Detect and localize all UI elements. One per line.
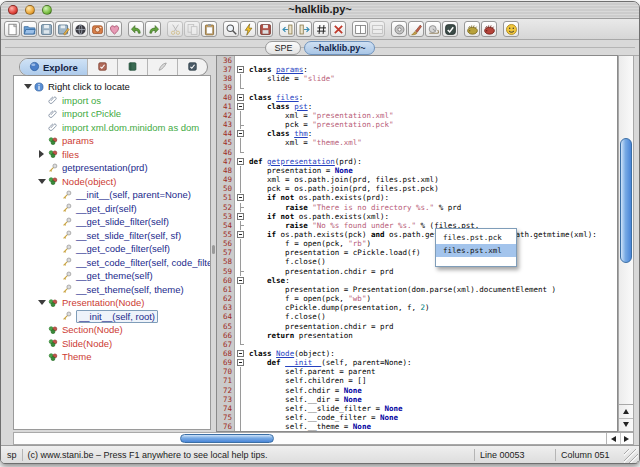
bug-button[interactable] xyxy=(481,21,497,37)
sidebar-tab-notes[interactable] xyxy=(118,59,148,75)
collapsed-arrow-icon[interactable] xyxy=(39,150,44,158)
vertical-scrollbar[interactable] xyxy=(618,55,634,432)
code-line[interactable]: 63 cPickle.dump(presentation, f, 2) xyxy=(217,303,617,312)
brush-button[interactable] xyxy=(408,21,424,37)
code-line[interactable]: 75 self.__code_filter = None xyxy=(217,413,617,422)
code-line[interactable]: 43 pck = "presentation.pck" xyxy=(217,120,617,129)
code-line[interactable]: 68class Node(object): xyxy=(217,349,617,358)
fold-marker[interactable] xyxy=(235,102,246,111)
expanded-arrow-icon[interactable] xyxy=(24,84,32,89)
code-line[interactable]: 52 raise "There is no directory %s." % p… xyxy=(217,203,617,212)
paste-button[interactable] xyxy=(201,21,217,37)
code-line[interactable]: 64 f.close() xyxy=(217,312,617,321)
code-line[interactable]: 38 slide = "slide" xyxy=(217,74,617,83)
code-line[interactable]: 67 xyxy=(217,340,617,349)
expanded-arrow-icon[interactable] xyxy=(38,179,46,184)
sidebar-tab-sketch[interactable] xyxy=(148,59,178,75)
code-line[interactable]: 71 self.children = [] xyxy=(217,376,617,385)
fold-marker[interactable] xyxy=(235,358,246,367)
tree-item[interactable]: __init__(self, root) xyxy=(14,310,210,324)
tree-item[interactable]: __get_dir(self) xyxy=(14,202,210,216)
titlebar[interactable]: ~halklib.py~ xyxy=(1,2,639,19)
scroll-down-button[interactable] xyxy=(619,418,633,431)
jump-forward-button[interactable] xyxy=(296,21,312,37)
code-line[interactable]: 66 return presentation xyxy=(217,331,617,340)
document-tab-spe[interactable]: SPE xyxy=(265,41,301,55)
code-line[interactable]: 61 presentation = Presentation(dom.parse… xyxy=(217,285,617,294)
uncomment-button[interactable] xyxy=(330,21,346,37)
tree-item[interactable]: __init__(self, parent=None) xyxy=(14,188,210,202)
donate-button[interactable] xyxy=(106,21,122,37)
fold-marker[interactable] xyxy=(235,129,246,138)
code-line[interactable]: 76 self.__theme = None xyxy=(217,422,617,431)
code-line[interactable]: 39 xyxy=(217,83,617,92)
find-button[interactable] xyxy=(223,21,239,37)
split-horizontal-button[interactable] xyxy=(369,21,385,37)
fold-marker[interactable] xyxy=(235,93,246,102)
code-line[interactable]: 72 self.chdir = None xyxy=(217,386,617,395)
document-tab-halklib-py[interactable]: ~halklib.py~ xyxy=(304,41,374,55)
check-source-button[interactable] xyxy=(442,21,458,37)
scroll-left-button[interactable] xyxy=(607,433,621,444)
code-line[interactable]: 60 else: xyxy=(217,276,617,285)
autocomplete-item[interactable]: files.pst.pck xyxy=(436,231,516,244)
tree-item[interactable]: params xyxy=(14,134,210,148)
code-line[interactable]: 50 pck = os.path.join(prd, files.pst.pck… xyxy=(217,184,617,193)
fold-marker[interactable] xyxy=(235,276,246,285)
horizontal-scrollbar[interactable] xyxy=(13,432,634,445)
tree-item[interactable]: __get_code_filter(self) xyxy=(14,242,210,256)
code-line[interactable]: 41 class pst: xyxy=(217,102,617,111)
comment-button[interactable] xyxy=(313,21,329,37)
code-line[interactable]: 48 presentation = None xyxy=(217,166,617,175)
tree-item[interactable]: files xyxy=(14,148,210,162)
tree-item[interactable]: __set_theme(self, theme) xyxy=(14,283,210,297)
tree-item[interactable]: __get_slide_filter(self) xyxy=(14,215,210,229)
tree-item[interactable]: Section(Node) xyxy=(14,323,210,337)
print-button[interactable] xyxy=(89,21,105,37)
tree-item[interactable]: import os xyxy=(14,94,210,108)
expanded-arrow-icon[interactable] xyxy=(38,300,46,305)
code-line[interactable]: 53 if not os.path.exists(xml): xyxy=(217,212,617,221)
code-line[interactable]: 49 xml = os.path.join(prd, files.pst.xml… xyxy=(217,175,617,184)
splitter-knob[interactable] xyxy=(212,245,215,254)
fold-marker[interactable] xyxy=(235,230,246,239)
code-line[interactable]: 37class params: xyxy=(217,65,617,74)
copy-button[interactable] xyxy=(184,21,200,37)
code-line[interactable]: 57 presentation = cPickle.load(f) xyxy=(217,248,617,257)
fold-marker[interactable] xyxy=(235,65,246,74)
tree-item[interactable]: Node(object) xyxy=(14,175,210,189)
fold-marker[interactable] xyxy=(235,157,246,166)
save-button[interactable] xyxy=(38,21,54,37)
tree-item[interactable]: import xml.dom.minidom as dom xyxy=(14,121,210,135)
fold-marker[interactable] xyxy=(235,349,246,358)
web-button[interactable] xyxy=(72,21,88,37)
tree-item[interactable]: __set_code_filter(self, code_filter) xyxy=(14,256,210,270)
tree-item[interactable]: __set_slide_filter(self, sf) xyxy=(14,229,210,243)
smile-button[interactable] xyxy=(503,21,519,37)
new-file-button[interactable] xyxy=(4,21,20,37)
tree-item[interactable]: import cPickle xyxy=(14,107,210,121)
code-line[interactable]: 58 f.close() xyxy=(217,257,617,266)
code-line[interactable]: 65 presentation.chdir = prd xyxy=(217,322,617,331)
redo-button[interactable] xyxy=(145,21,161,37)
fold-marker[interactable] xyxy=(235,212,246,221)
code-line[interactable]: 70 self.parent = parent xyxy=(217,367,617,376)
tree-item[interactable]: __get_theme(self) xyxy=(14,269,210,283)
code-line[interactable]: 40class files: xyxy=(217,93,617,102)
code-line[interactable]: 45 xml = "theme.xml" xyxy=(217,138,617,147)
code-line[interactable]: 62 f = open(pck, "wb") xyxy=(217,294,617,303)
undo-button[interactable] xyxy=(128,21,144,37)
code-line[interactable]: 54 raise "No %s found under %s." % (file… xyxy=(217,221,617,230)
code-line[interactable]: 59 presentation.chdir = prd xyxy=(217,267,617,276)
save-all-button[interactable] xyxy=(257,21,273,37)
tree-item[interactable]: Right click to locate xyxy=(14,80,210,94)
code-line[interactable]: 74 self.__slide_filter = None xyxy=(217,404,617,413)
scroll-up-button[interactable] xyxy=(619,405,633,419)
vertical-scrollbar-thumb[interactable] xyxy=(620,138,632,263)
code-line[interactable]: 51 if not os.path.exists(prd): xyxy=(217,193,617,202)
horizontal-scrollbar-thumb[interactable] xyxy=(180,434,274,443)
code-line[interactable]: 36 xyxy=(217,56,617,65)
jump-back-button[interactable] xyxy=(279,21,295,37)
scroll-right-button[interactable] xyxy=(621,433,634,444)
code-line[interactable]: 46 xyxy=(217,148,617,157)
